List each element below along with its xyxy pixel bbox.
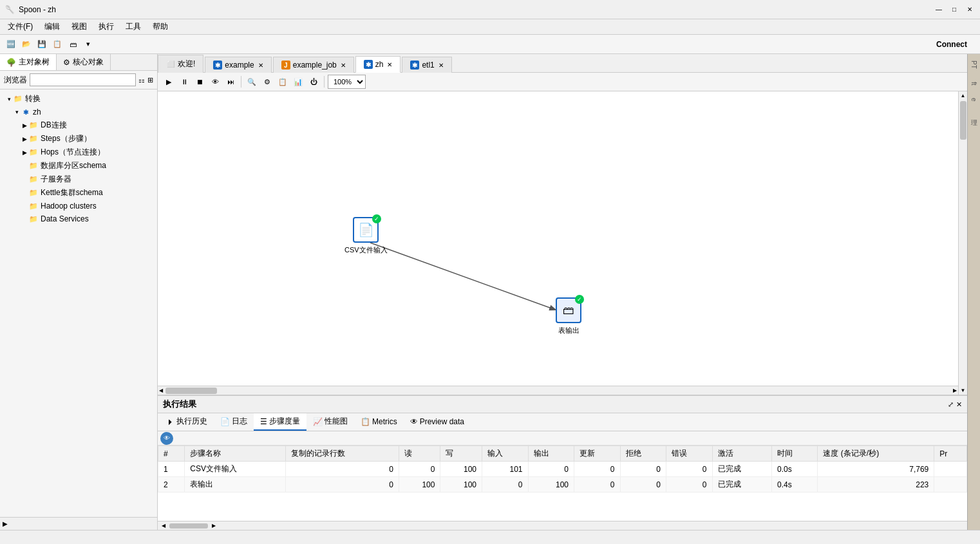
connect-button[interactable]: Connect: [932, 39, 971, 50]
canvas-toolbar: ▶ ⏸ ⏹ 👁 ⏭ 🔍 ⚙ 📋 📊 ⏻ 50% 75% 100% 125% 15…: [158, 73, 967, 91]
tree-item-steps[interactable]: ▶ 📁 Steps（步骤）: [0, 132, 157, 145]
tab-welcome[interactable]: ⬜ 欢迎!: [158, 55, 203, 73]
debug-button[interactable]: 🔍: [245, 75, 259, 89]
log-icon: 📄: [220, 417, 230, 426]
step-node-csv[interactable]: 📄 ✓ CSV文件输入: [344, 217, 388, 255]
minimize-button[interactable]: —: [934, 5, 944, 15]
tab-metrics[interactable]: 📋 Metrics: [354, 413, 404, 431]
stop-button[interactable]: ⏹: [193, 75, 207, 89]
menu-help[interactable]: 帮助: [147, 20, 173, 33]
toolbar-left: 🆕 📂 💾 📋 🗃 ▾: [4, 37, 95, 52]
far-right-item-ft: ft: [970, 82, 977, 86]
results-tabs: ⏵ 执行历史 📄 日志 ☰ 步骤度量 📈 性能图: [158, 413, 967, 431]
panel-expand-arrow[interactable]: ▶: [3, 520, 8, 527]
save-button[interactable]: 💾: [35, 37, 49, 52]
tree-arrow-zh[interactable]: ▾: [13, 109, 21, 115]
tree-item-hops[interactable]: ▶ 📁 Hops（节点连接）: [0, 145, 157, 159]
browser-view-btn[interactable]: ⊞: [147, 76, 153, 84]
tree-item-dbpart[interactable]: 📁 数据库分区schema: [0, 159, 157, 173]
tab-etl1[interactable]: ✱ etl1 ✕: [402, 57, 451, 73]
tree-item-zh[interactable]: ▾ ✱ zh: [0, 106, 157, 118]
tab-preview-data[interactable]: 👁 Preview data: [404, 413, 471, 431]
save-as-button[interactable]: 📋: [50, 37, 64, 52]
tab-core-objects[interactable]: ⚙ 核心对象: [57, 54, 111, 70]
tree-arrow-hops[interactable]: ▶: [21, 149, 28, 156]
maximize-button[interactable]: □: [949, 5, 959, 15]
results-scroll-left[interactable]: ◀: [160, 521, 167, 530]
tab-zh[interactable]: ✱ zh ✕: [355, 56, 401, 73]
menu-view[interactable]: 视图: [66, 20, 92, 33]
step-metrics-label: 步骤度量: [269, 416, 300, 427]
exec-history-label: 执行历史: [176, 416, 207, 427]
cell-input-1: 101: [482, 462, 529, 477]
step-run-button[interactable]: ⏭: [223, 75, 238, 89]
tab-close-example[interactable]: ✕: [258, 62, 263, 69]
tab-step-metrics[interactable]: ☰ 步骤度量: [254, 413, 306, 431]
menu-run[interactable]: 执行: [93, 20, 119, 33]
tree-arrow-db[interactable]: ▶: [21, 122, 28, 129]
tree-arrow-steps[interactable]: ▶: [21, 136, 28, 142]
scroll-thumb-v[interactable]: [960, 101, 966, 140]
tab-close-etl1[interactable]: ✕: [438, 62, 444, 69]
tree-label-hadoop: Hadoop clusters: [41, 202, 97, 211]
toolbar-btn-3[interactable]: ⚙: [260, 75, 274, 89]
tree-item-transform-root[interactable]: ▾ 📁 转换: [0, 92, 157, 106]
cell-read-2: 100: [399, 477, 440, 492]
scroll-down-arrow[interactable]: ▼: [959, 386, 967, 395]
run-button[interactable]: ▶: [162, 75, 176, 89]
col-header-reject: 拒绝: [620, 446, 666, 462]
tree-item-db[interactable]: ▶ 📁 DB连接: [0, 118, 157, 132]
scroll-right-arrow[interactable]: ▶: [952, 386, 958, 395]
cell-num-2: 2: [158, 477, 185, 492]
tree-item-dataservices[interactable]: 📁 Data Services: [0, 212, 157, 225]
filter-eye-icon[interactable]: 👁: [160, 432, 173, 445]
tab-log[interactable]: 📄 日志: [214, 413, 254, 431]
toolbar-btn-6[interactable]: ⏻: [306, 75, 321, 89]
tree-item-hadoop[interactable]: 📁 Hadoop clusters: [0, 200, 157, 212]
folder-icon-db: 📁: [28, 120, 39, 131]
exec-history-icon: ⏵: [167, 417, 174, 426]
scroll-thumb-h[interactable]: [165, 388, 217, 394]
more-button[interactable]: ▾: [81, 37, 95, 52]
menu-file[interactable]: 文件(F): [3, 20, 38, 33]
results-expand-btn[interactable]: ⤢: [948, 400, 954, 409]
results-close-btn[interactable]: ✕: [956, 400, 962, 409]
new-button[interactable]: 🆕: [4, 37, 18, 52]
tree-label-dataservices: Data Services: [41, 214, 89, 223]
results-scroll-right[interactable]: ▶: [211, 521, 217, 530]
tab-close-example-job[interactable]: ✕: [341, 62, 346, 69]
preview-button[interactable]: 👁: [208, 75, 222, 89]
toolbar-separator-2: [324, 76, 325, 88]
tab-perf-chart[interactable]: 📈 性能图: [306, 413, 354, 431]
zoom-select[interactable]: 50% 75% 100% 125% 150% 200%: [328, 75, 366, 89]
step-node-table[interactable]: 🗃 ✓ 表输出: [556, 297, 581, 335]
cell-speed-2: 223: [818, 477, 934, 492]
results-scroll-h: ◀ ▶: [158, 521, 967, 530]
scroll-left-arrow[interactable]: ◀: [158, 386, 164, 395]
results-scroll-thumb[interactable]: [169, 523, 208, 529]
tab-example[interactable]: ✱ example ✕: [205, 57, 271, 73]
open-button[interactable]: 📂: [19, 37, 33, 52]
browser-search-input[interactable]: [30, 73, 136, 86]
far-right-item-pt: PT: [970, 61, 977, 69]
toolbar-btn-5[interactable]: 📊: [291, 75, 305, 89]
save-db-button[interactable]: 🗃: [66, 37, 80, 52]
tab-close-zh[interactable]: ✕: [387, 61, 392, 68]
tree-item-subserver[interactable]: 📁 子服务器: [0, 173, 157, 186]
menu-edit[interactable]: 编辑: [39, 20, 65, 33]
menu-tools[interactable]: 工具: [120, 20, 146, 33]
tree-label-kettle: Kettle集群schema: [41, 187, 103, 198]
tab-example-job[interactable]: J example_job ✕: [273, 57, 354, 73]
scroll-up-arrow[interactable]: ▲: [959, 91, 967, 100]
tree-item-kettle[interactable]: 📁 Kettle集群schema: [0, 186, 157, 200]
close-button[interactable]: ✕: [965, 5, 975, 15]
tree-label-hops: Hops（节点连接）: [41, 147, 105, 158]
tab-exec-history[interactable]: ⏵ 执行历史: [160, 413, 214, 431]
toolbar-btn-4[interactable]: 📋: [276, 75, 290, 89]
browser-icon-btn[interactable]: ⚏: [138, 76, 145, 84]
pause-button[interactable]: ⏸: [177, 75, 191, 89]
results-table: # 步骤名称 复制的记录行数 读 写 输入 输出 更新 拒绝 错误 激活: [158, 446, 967, 492]
cell-error-2: 0: [666, 477, 713, 492]
tab-main-tree[interactable]: 🌳 主对象树: [0, 54, 57, 70]
tree-arrow-transform[interactable]: ▾: [5, 96, 13, 102]
